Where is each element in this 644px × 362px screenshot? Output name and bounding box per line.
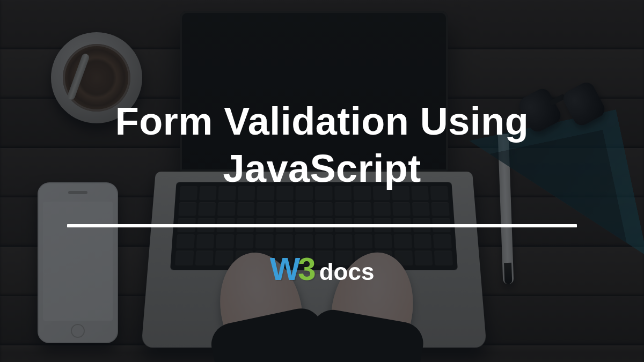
- hero-content: Form Validation Using JavaScript W 3 doc…: [0, 0, 644, 362]
- logo-number-three: 3: [298, 253, 316, 285]
- w3docs-logo: W 3 docs: [270, 253, 375, 285]
- logo-word-docs: docs: [319, 260, 375, 284]
- divider-line: [67, 224, 577, 227]
- logo-letter-w: W: [270, 253, 299, 285]
- hero-title: Form Validation Using JavaScript: [32, 98, 612, 193]
